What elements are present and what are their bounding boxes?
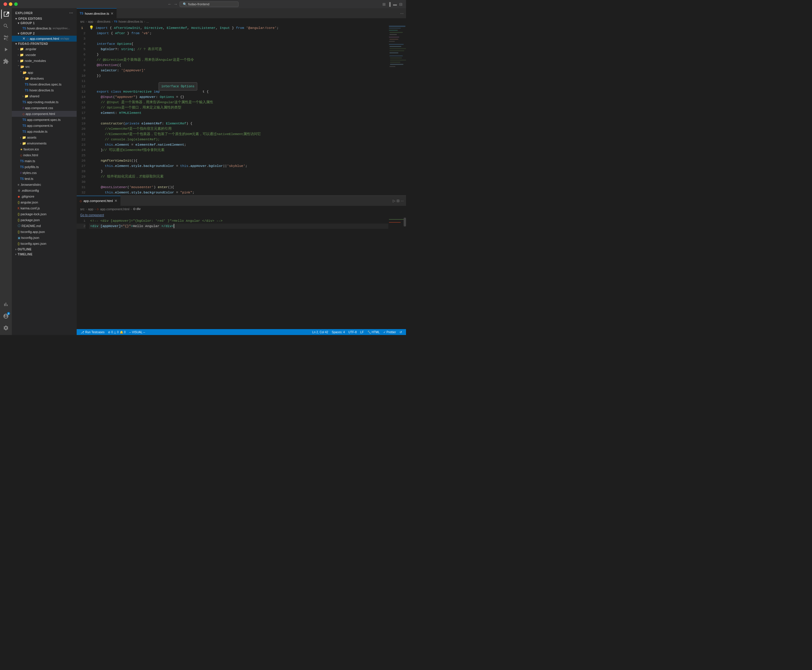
tree-app-css[interactable]: # app.component.css xyxy=(12,105,77,111)
tree-tsconfig-app[interactable]: {} tsconfig.app.json xyxy=(12,229,77,235)
tree-app-html[interactable]: ◇ app.component.html xyxy=(12,111,77,117)
tree-hover-spec[interactable]: TS hover.directive.spec.ts xyxy=(12,81,77,87)
activity-explorer[interactable] xyxy=(1,9,11,19)
tree-main-ts[interactable]: TS main.ts xyxy=(12,158,77,164)
sidebar-more-button[interactable]: ··· xyxy=(69,11,73,15)
group1-section[interactable]: ▾ GROUP 1 xyxy=(12,21,77,25)
tree-package-json[interactable]: {} package.json xyxy=(12,217,77,223)
tree-app-module[interactable]: TS app.module.ts xyxy=(12,129,77,134)
status-spaces[interactable]: Spaces: 4 xyxy=(330,331,347,334)
status-encoding[interactable]: UTF-8 xyxy=(347,331,359,334)
activity-run[interactable] xyxy=(1,45,11,54)
upper-code-area[interactable]: interface Options 💡 import { AfterViewIn… xyxy=(88,25,388,195)
lb-src: src xyxy=(80,207,85,211)
group2-label: GROUP 2 xyxy=(20,32,35,35)
tree-node-modules[interactable]: › 📁 node_modules xyxy=(12,58,77,64)
tree-browserslistrc[interactable]: ≡ .browserslistrc xyxy=(12,182,77,188)
outline-section[interactable]: › OUTLINE xyxy=(12,247,77,252)
tree-test-ts[interactable]: TS test.ts xyxy=(12,176,77,182)
status-notification[interactable]: ↺ xyxy=(398,331,404,334)
tab-hover-directive[interactable]: TS hover.directive.ts ✕ xyxy=(77,8,117,18)
panel-icon[interactable]: ▬ xyxy=(393,2,397,7)
tree-readme[interactable]: ⓘ README.md xyxy=(12,223,77,229)
tree-package-lock[interactable]: {} package-lock.json xyxy=(12,211,77,217)
go-to-component-link[interactable]: Go to component xyxy=(77,212,406,218)
tree-styles-css[interactable]: # styles.css xyxy=(12,170,77,176)
tree-app[interactable]: ˅ 📂 app xyxy=(12,69,77,76)
tree-routing[interactable]: TS app-routing.module.ts xyxy=(12,99,77,105)
status-mode[interactable]: -- VISUAL -- xyxy=(127,329,147,335)
tree-shared[interactable]: › 📁 shared xyxy=(12,93,77,99)
maximize-button[interactable] xyxy=(14,2,18,6)
tree-src[interactable]: ˅ 📂 src xyxy=(12,64,77,69)
tree-tsconfig[interactable]: ▣ tsconfig.json xyxy=(12,235,77,240)
tab-close-button[interactable]: ✕ xyxy=(110,12,113,15)
activity-source-control[interactable] xyxy=(1,33,11,42)
back-button[interactable]: ← xyxy=(168,2,172,7)
run-icon[interactable]: ▷ xyxy=(393,199,395,203)
code-line-23: this.element = elementRef.nativeElement; xyxy=(89,142,388,147)
tree-tsconfig-spec[interactable]: {} tsconfig.spec.json xyxy=(12,240,77,247)
code-line-28: } xyxy=(89,169,388,174)
open-editor-app-component[interactable]: ✕ ◇ app.component.html src/app xyxy=(12,36,77,42)
project-section[interactable]: ▾ FUDAO-FRONTEND xyxy=(12,42,77,46)
scrollbar-thumb[interactable] xyxy=(404,218,406,227)
lower-code-area[interactable]: <!-- <div [appHover]="{bgColor: 'red' }"… xyxy=(88,218,388,329)
upper-editor-content[interactable]: 1 2 3 4 5 6 7 8 9 10 11 12 13 14 15 16 1 xyxy=(77,25,406,195)
close-icon[interactable]: ✕ xyxy=(22,37,25,41)
file-name: tsconfig.app.json xyxy=(20,230,45,233)
folder-icon: 📁 xyxy=(24,95,29,98)
breadcrumb-ellipsis: ... xyxy=(146,20,149,23)
tree-angular-json[interactable]: {} angular.json xyxy=(12,200,77,205)
tab-app-component-html[interactable]: ◇ app.component.html ✕ xyxy=(77,196,120,206)
search-bar[interactable]: 🔍 fudao-frontend xyxy=(179,2,239,7)
tree-assets[interactable]: › 📁 assets xyxy=(12,134,77,140)
more-icon[interactable]: ⊟ xyxy=(399,2,403,7)
code-line-20: //elementRef是一个指向宿主元素的引用 xyxy=(89,126,388,132)
open-editor-hover-directive[interactable]: TS hover.directive.ts src/app/direc... xyxy=(12,25,77,31)
tabs-more-button[interactable]: ··· xyxy=(398,11,406,15)
tree-index-html[interactable]: ◇ index.html xyxy=(12,152,77,158)
minimize-button[interactable] xyxy=(9,2,12,6)
activity-chart[interactable] xyxy=(1,299,11,309)
sidebar-icon[interactable]: ▐ xyxy=(388,2,391,7)
activity-settings[interactable] xyxy=(1,323,11,333)
tree-app-ts[interactable]: TS app.component.ts xyxy=(12,123,77,129)
traffic-lights xyxy=(3,2,18,6)
lower-editor-content[interactable]: 1 2 <!-- <div [appHover]="{bgColor: 'red… xyxy=(77,218,406,329)
search-text: fudao-frontend xyxy=(188,2,210,6)
folder-name: shared xyxy=(29,95,39,98)
status-language[interactable]: 🔧 HTML xyxy=(365,331,382,334)
tree-favicon[interactable]: ★ favicon.ico xyxy=(12,146,77,152)
status-errors[interactable]: ⊘ 0 △ 0 🔔 0 xyxy=(106,329,127,335)
tree-hover-directive[interactable]: TS hover.directive.ts xyxy=(12,87,77,93)
layout-icon[interactable]: ⊞ xyxy=(382,2,386,7)
status-git-branch[interactable]: ⎇ Run Testcases xyxy=(79,329,106,335)
tree-app-spec[interactable]: TS app.component.spec.ts xyxy=(12,117,77,123)
status-cursor-pos[interactable]: Ln 2, Col 42 xyxy=(310,331,330,334)
tree-gitignore[interactable]: ◆ .gitignore xyxy=(12,193,77,200)
tree-vscode[interactable]: › 📁 .vscode xyxy=(12,52,77,58)
tree-karma-conf[interactable]: K karma.conf.js xyxy=(12,205,77,211)
tree-angular[interactable]: › 📁 .angular xyxy=(12,46,77,52)
tree-directives[interactable]: ˅ 📂 directives xyxy=(12,76,77,81)
close-button[interactable] xyxy=(3,2,7,6)
activity-extensions[interactable] xyxy=(1,57,11,66)
activity-accounts[interactable]: 1 xyxy=(1,311,11,321)
tree-polyfills[interactable]: TS polyfills.ts xyxy=(12,164,77,170)
lower-tab-close[interactable]: ✕ xyxy=(114,199,117,203)
more-icon[interactable]: ··· xyxy=(401,199,404,203)
open-editors-section[interactable]: ▾ OPEN EDITORS xyxy=(12,17,77,21)
timeline-section[interactable]: › TIMELINE xyxy=(12,252,77,257)
forward-button[interactable]: → xyxy=(174,2,178,7)
tree-environments[interactable]: › 📁 environments xyxy=(12,140,77,146)
scrollbar-track[interactable] xyxy=(404,218,406,329)
split-icon[interactable]: ⊟ xyxy=(397,199,399,203)
activity-search[interactable] xyxy=(1,21,11,30)
status-format[interactable]: ✓ Prettier xyxy=(382,331,398,334)
group2-section[interactable]: ▾ GROUP 2 xyxy=(12,31,77,36)
ts-config-icon: ▣ xyxy=(18,236,20,239)
tree-editorconfig[interactable]: ⚙ .editorconfig xyxy=(12,188,77,193)
error-icon: ⊘ xyxy=(108,331,110,334)
status-eol[interactable]: LF xyxy=(359,331,365,334)
